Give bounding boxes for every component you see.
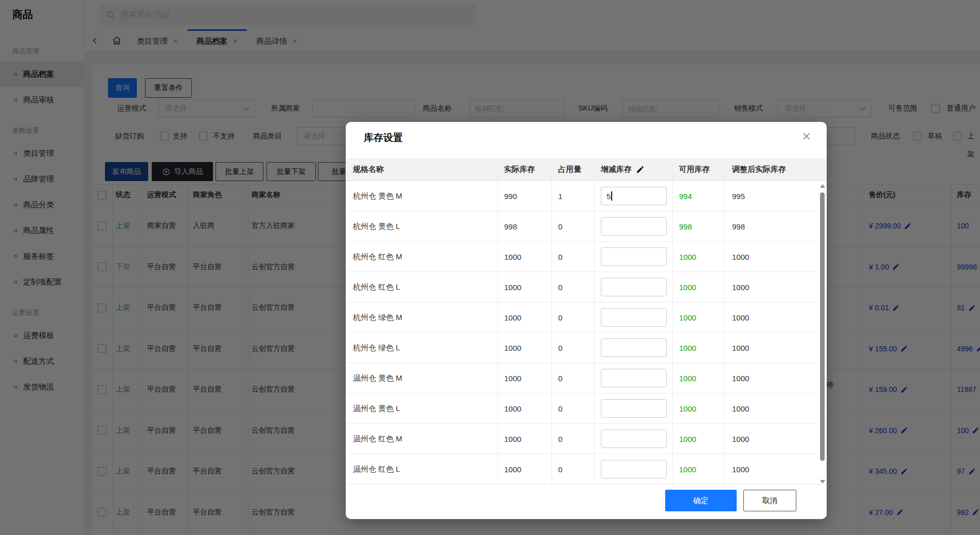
stock-row: 杭州仓 红色 L 1000 0 1000 1000	[346, 272, 827, 302]
spec-header: 规格名称	[346, 158, 498, 181]
available-cell: 1000	[673, 272, 725, 302]
available-cell: 1000	[673, 363, 725, 393]
available-cell: 1000	[673, 454, 725, 484]
delta-stock-input[interactable]	[601, 430, 667, 448]
occupied-cell: 0	[552, 302, 595, 332]
adjusted-cell: 1000	[725, 242, 827, 272]
occupied-cell: 1	[552, 181, 595, 211]
scrollbar-thumb[interactable]	[820, 192, 825, 461]
delta-header: 增减库存	[595, 158, 673, 181]
occupied-cell: 0	[552, 454, 595, 484]
stock-row: 温州仓 红色 L 1000 0 1000 1000	[346, 454, 827, 485]
available-cell: 998	[673, 211, 725, 241]
actual-stock-cell: 1000	[498, 363, 552, 393]
scroll-down-icon[interactable]	[820, 480, 825, 484]
occupied-cell: 0	[552, 242, 595, 272]
delta-stock-input[interactable]	[601, 399, 667, 418]
scroll-up-icon[interactable]	[820, 184, 825, 188]
spec-cell: 温州仓 黄色 L	[346, 394, 498, 423]
spec-cell: 温州仓 黄色 M	[346, 363, 498, 393]
actual-stock-cell: 998	[498, 211, 552, 241]
stock-row: 杭州仓 绿色 M 1000 0 1000 1000	[346, 302, 827, 333]
delta-stock-input[interactable]: 5	[601, 187, 667, 205]
close-icon[interactable]: ✕	[802, 131, 811, 142]
modal-scrollbar[interactable]	[819, 183, 826, 485]
text-cursor	[611, 191, 612, 201]
delta-stock-input[interactable]	[601, 369, 667, 387]
occupied-header: 占用量	[552, 158, 595, 181]
actual-stock-cell: 1000	[498, 424, 552, 454]
spec-cell: 杭州仓 红色 M	[346, 242, 498, 272]
spec-cell: 温州仓 红色 M	[346, 424, 498, 454]
adjusted-cell: 998	[725, 211, 827, 241]
adjusted-cell: 1000	[725, 424, 827, 454]
adjusted-cell: 1000	[725, 454, 827, 484]
actual-stock-cell: 1000	[498, 242, 552, 272]
actual-stock-cell: 1000	[498, 302, 552, 332]
edit-icon	[636, 165, 645, 174]
occupied-cell: 0	[552, 363, 595, 393]
spec-cell: 杭州仓 绿色 L	[346, 333, 498, 363]
occupied-cell: 0	[552, 424, 595, 454]
delta-stock-input[interactable]	[601, 278, 667, 296]
spec-cell: 杭州仓 黄色 L	[346, 211, 498, 241]
adjusted-cell: 1000	[725, 394, 827, 423]
adjusted-cell: 1000	[725, 302, 827, 332]
delta-stock-input[interactable]	[601, 247, 667, 266]
spec-cell: 杭州仓 黄色 M	[346, 181, 498, 211]
spec-cell: 杭州仓 红色 L	[346, 272, 498, 302]
stock-row: 温州仓 红色 M 1000 0 1000 1000	[346, 424, 827, 454]
available-cell: 994	[673, 181, 725, 211]
stock-row: 温州仓 黄色 L 1000 0 1000 1000	[346, 394, 827, 424]
adjusted-cell: 1000	[725, 363, 827, 393]
confirm-button[interactable]: 确定	[665, 490, 737, 511]
available-cell: 1000	[673, 333, 725, 363]
actual-stock-cell: 990	[498, 181, 552, 211]
delta-stock-input[interactable]	[601, 338, 667, 357]
available-header: 可用库存	[673, 158, 725, 181]
actual-stock-cell: 1000	[498, 272, 552, 302]
stock-table: 规格名称 实际库存 占用量 增减库存 可用库存 调整后实际库存 杭州仓 黄色 M…	[346, 158, 827, 485]
app-window: 商品 商品管理 商品档案 商品审核	[0, 0, 980, 535]
modal-title: 库存设置	[364, 131, 403, 145]
actual-stock-cell: 1000	[498, 454, 552, 484]
adjusted-cell: 995	[725, 181, 827, 211]
stock-row: 杭州仓 黄色 L 998 0 998 998	[346, 211, 827, 242]
available-cell: 1000	[673, 394, 725, 423]
stock-table-header: 规格名称 实际库存 占用量 增减库存 可用库存 调整后实际库存	[346, 158, 827, 181]
stock-row: 杭州仓 红色 M 1000 0 1000 1000	[346, 242, 827, 272]
spec-cell: 温州仓 红色 L	[346, 454, 498, 484]
available-cell: 1000	[673, 302, 725, 332]
stock-row: 杭州仓 绿色 L 1000 0 1000 1000	[346, 333, 827, 363]
occupied-cell: 0	[552, 272, 595, 302]
occupied-cell: 0	[552, 211, 595, 241]
actual-stock-cell: 1000	[498, 394, 552, 423]
available-cell: 1000	[673, 242, 725, 272]
cancel-button[interactable]: 取消	[743, 490, 796, 511]
occupied-cell: 0	[552, 394, 595, 423]
actual-stock-header: 实际库存	[498, 158, 552, 181]
delta-stock-input[interactable]	[601, 308, 667, 327]
stock-row: 杭州仓 黄色 M 990 1 5 994 995	[346, 181, 827, 211]
adjusted-cell: 1000	[725, 272, 827, 302]
delta-stock-input[interactable]	[601, 217, 667, 236]
adjusted-header: 调整后实际库存	[725, 158, 827, 181]
stock-settings-modal: 库存设置 ✕ 规格名称 实际库存 占用量 增减库存 可用库存 调整后实际库存 杭…	[346, 122, 827, 519]
occupied-cell: 0	[552, 333, 595, 363]
available-cell: 1000	[673, 424, 725, 454]
stock-table-body: 杭州仓 黄色 M 990 1 5 994 995 杭州仓 黄色 L	[346, 181, 827, 485]
stock-row: 温州仓 黄色 M 1000 0 1000 1000	[346, 363, 827, 394]
delta-stock-input[interactable]	[601, 460, 667, 478]
adjusted-cell: 1000	[725, 333, 827, 363]
actual-stock-cell: 1000	[498, 333, 552, 363]
spec-cell: 杭州仓 绿色 M	[346, 302, 498, 332]
